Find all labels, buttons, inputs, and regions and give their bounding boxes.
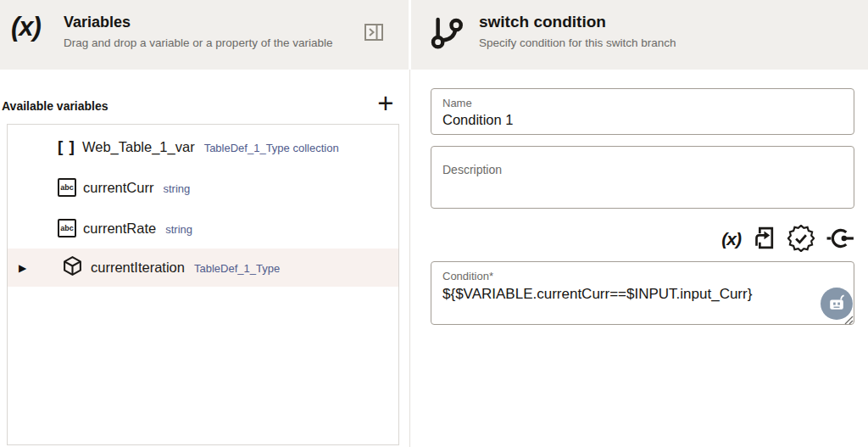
variable-type: TableDef_1_Type collection bbox=[204, 140, 339, 154]
variable-name: currentCurr bbox=[83, 180, 153, 196]
string-icon: abc bbox=[58, 178, 76, 197]
condition-field[interactable]: Condition* ${$VARIABLE.currentCurr==$INP… bbox=[431, 261, 854, 325]
panel-divider bbox=[409, 70, 410, 447]
resize-handle[interactable] bbox=[844, 313, 854, 328]
validate-button[interactable] bbox=[787, 225, 815, 254]
name-field-label: Name bbox=[442, 97, 843, 109]
switch-condition-subtitle: Specify condition for this switch branch bbox=[479, 36, 676, 49]
variable-row-currentrate[interactable]: abc currentRate string bbox=[8, 208, 398, 249]
fx-variables-icon: (x) bbox=[721, 229, 741, 249]
switch-condition-title: switch condition bbox=[479, 13, 606, 31]
validate-check-icon bbox=[787, 225, 815, 254]
variables-panel-subtitle: Drag and drop a variable or a property o… bbox=[64, 36, 332, 49]
object-icon bbox=[62, 255, 83, 280]
trace-button[interactable] bbox=[826, 227, 854, 252]
variable-row-web-table-1-var[interactable]: [ ] Web_Table_1_var TableDef_1_Type coll… bbox=[8, 126, 398, 167]
header-divider bbox=[409, 0, 411, 70]
switch-branch-icon bbox=[430, 17, 464, 54]
variables-picker-button[interactable]: (x) bbox=[721, 229, 741, 249]
variable-name: currentRate bbox=[83, 221, 156, 237]
name-field-value[interactable]: Condition 1 bbox=[442, 112, 843, 128]
condition-field-label: Condition* bbox=[442, 270, 843, 282]
variable-row-currentcurr[interactable]: abc currentCurr string bbox=[8, 167, 398, 208]
add-variable-button[interactable]: + bbox=[371, 88, 400, 119]
description-field-label: Description bbox=[442, 163, 843, 176]
collapse-panel-icon bbox=[364, 32, 384, 45]
variable-row-currentiteration[interactable]: ▶ currentIteration TableDef_1_Type bbox=[8, 249, 398, 287]
variable-name: Web_Table_1_var bbox=[82, 139, 195, 155]
condition-field-value[interactable]: ${$VARIABLE.currentCurr==$INPUT.input_Cu… bbox=[442, 286, 843, 303]
trace-target-icon bbox=[826, 227, 854, 252]
variables-list: [ ] Web_Table_1_var TableDef_1_Type coll… bbox=[7, 124, 399, 445]
string-icon: abc bbox=[58, 219, 76, 237]
variable-type: TableDef_1_Type bbox=[194, 260, 280, 275]
name-field[interactable]: Name Condition 1 bbox=[431, 88, 854, 135]
available-variables-label: Available variables bbox=[2, 99, 108, 113]
variable-type: string bbox=[165, 221, 192, 236]
insert-value-icon bbox=[753, 225, 776, 254]
condition-toolbar: (x) bbox=[716, 223, 854, 255]
collapse-panel-button[interactable] bbox=[364, 22, 384, 42]
variables-panel-title: Variables bbox=[64, 14, 131, 31]
variable-type: string bbox=[163, 181, 190, 195]
description-field[interactable]: Description bbox=[431, 146, 854, 209]
collection-icon: [ ] bbox=[58, 137, 75, 156]
insert-value-button[interactable] bbox=[753, 225, 776, 254]
variable-name: currentIteration bbox=[91, 260, 185, 276]
expand-caret-icon[interactable]: ▶ bbox=[19, 263, 26, 273]
variables-fx-icon: (x) bbox=[11, 12, 41, 42]
